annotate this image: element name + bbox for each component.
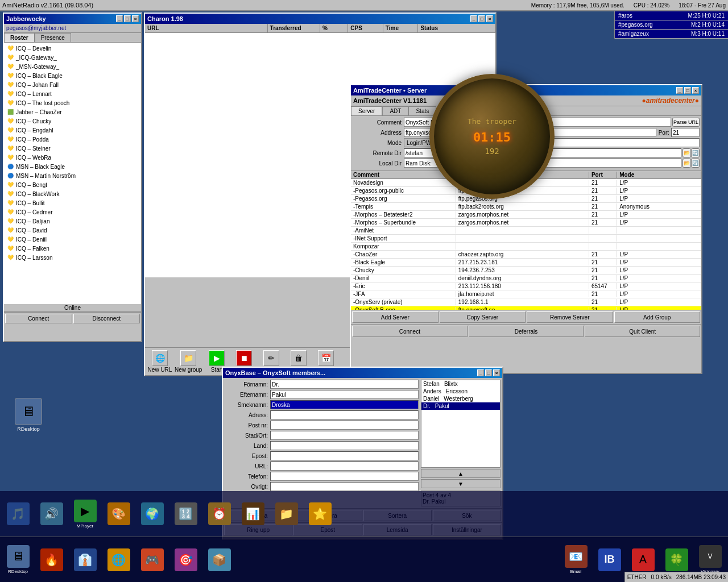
table-row[interactable]: -Deniildeniil.dyndns.org21L/P: [351, 275, 701, 282]
list-item[interactable]: 💛ICQ – WebRa: [5, 153, 140, 162]
url-input[interactable]: [270, 462, 419, 471]
trade-connect-button[interactable]: Connect: [352, 326, 468, 337]
list-item[interactable]: 💛ICQ – BlackWork: [5, 189, 140, 198]
list-item[interactable]: StefanBlixtx: [421, 380, 500, 388]
land-input[interactable]: [270, 441, 419, 450]
trade-tab-server[interactable]: Server: [351, 106, 382, 115]
table-row[interactable]: Kompozar: [351, 243, 701, 251]
list-item[interactable]: 💛ICQ – Develin: [5, 44, 140, 53]
list-item[interactable]: 💛ICQ – Bengt: [5, 180, 140, 189]
table-row[interactable]: -Eric213.112.156.18065147L/P: [351, 282, 701, 290]
trade-minimize[interactable]: _: [676, 87, 683, 94]
local-refresh-button[interactable]: 🔄: [691, 159, 700, 168]
table-row[interactable]: -OnyxServ (private)192.168.1.121L/P: [351, 298, 701, 306]
remote-refresh-button[interactable]: 🔄: [691, 148, 700, 157]
onyxbase-maximize[interactable]: □: [485, 369, 492, 376]
table-row[interactable]: -AmiNet: [351, 227, 701, 235]
dock-icon-browser[interactable]: 🌐: [103, 544, 134, 575]
chat-row-amigazeux[interactable]: #amigazeux M:3 H:0 U:11: [615, 30, 728, 39]
connect-button[interactable]: Connect: [5, 314, 72, 323]
list-item[interactable]: 💛_MSN-Gateway_: [5, 62, 140, 71]
dock-icon-music[interactable]: 🎵: [2, 498, 34, 530]
jabber-close[interactable]: ×: [132, 15, 139, 22]
list-item[interactable]: 💛ICQ – Black Eagle: [5, 71, 140, 80]
table-row[interactable]: -JFAjfa.homeip.net21L/P: [351, 290, 701, 298]
jabber-maximize[interactable]: □: [124, 15, 131, 22]
table-row[interactable]: -Chucky194.236.7.25321L/P: [351, 267, 701, 275]
dock-icon-spreadsheet[interactable]: 📊: [237, 498, 268, 530]
list-item[interactable]: 💛ICQ – Larsson: [5, 253, 140, 262]
copy-server-button[interactable]: Copy Server: [440, 311, 526, 323]
list-item[interactable]: 💛ICQ – Falken: [5, 244, 140, 253]
dock-icon-visionary[interactable]: V Visionary: [694, 544, 726, 575]
scroll-up-button[interactable]: ▲: [421, 469, 500, 478]
list-item[interactable]: 🔵MSN – Black Eagle: [5, 162, 140, 171]
ftp-close[interactable]: ×: [486, 15, 493, 22]
dock-icon-web[interactable]: 🌍: [136, 498, 168, 530]
disconnect-button[interactable]: Disconnect: [73, 314, 140, 323]
dock-icon-green[interactable]: 🍀: [661, 544, 692, 575]
list-item[interactable]: 🔵MSN – Martin Norström: [5, 171, 140, 180]
list-item[interactable]: 💛_ICQ-Gateway_: [5, 53, 140, 62]
table-row[interactable]: -ChaoZerchaozer.zapto.org21L/P: [351, 251, 701, 259]
dock-icon-file[interactable]: 📁: [271, 498, 302, 530]
dock-icon-suit[interactable]: 👔: [69, 544, 101, 575]
epost-input[interactable]: [270, 451, 419, 460]
table-row-onyxsoft[interactable]: -OnyxSoft B-oneftp.onyxsoft.se21L/P: [351, 306, 701, 310]
efternamn-input[interactable]: [270, 390, 419, 399]
dock-icon-box[interactable]: 📦: [204, 544, 235, 575]
dock-icon-email[interactable]: 📧 Email: [560, 544, 592, 575]
jabber-tab-presence[interactable]: Presence: [35, 33, 71, 42]
chat-row-pegasos[interactable]: #pegasos.org M:2 H:0 U:14: [615, 20, 728, 30]
parse-url-button[interactable]: Parse URL: [672, 118, 700, 127]
ftp-minimize[interactable]: _: [470, 15, 477, 22]
list-item[interactable]: 💛ICQ – Podda: [5, 135, 140, 144]
list-item[interactable]: 💛ICQ – Bullit: [5, 198, 140, 207]
ftp-maximize[interactable]: □: [478, 15, 485, 22]
ftp-new-group-button[interactable]: 📁 New group: [175, 350, 202, 373]
list-item[interactable]: 💛ICQ – Deniil: [5, 235, 140, 244]
list-item[interactable]: 💛ICQ – Daljian: [5, 217, 140, 226]
stad-input[interactable]: [270, 431, 419, 440]
dock-icon-ib[interactable]: IB: [594, 544, 625, 575]
onyxbase-close[interactable]: ×: [493, 369, 500, 376]
scroll-down-button[interactable]: ▼: [421, 479, 500, 488]
smeknamn-input[interactable]: [270, 400, 419, 409]
port-input[interactable]: [671, 128, 700, 137]
chat-row-aros[interactable]: #aros M:25 H:0 U:21: [615, 11, 728, 20]
quit-client-button[interactable]: Quit Client: [585, 326, 700, 337]
deferrals-button[interactable]: Deferrals: [469, 326, 584, 337]
list-item[interactable]: AndersEricsson: [421, 388, 500, 395]
ftp-new-url-button[interactable]: 🌐 New URL: [147, 350, 172, 373]
list-item[interactable]: 💛ICQ – David: [5, 226, 140, 235]
list-item[interactable]: 💛ICQ – Chucky: [5, 117, 140, 126]
list-item[interactable]: 💛ICQ – Lennart: [5, 89, 140, 98]
dock-icon-calc[interactable]: 🔢: [170, 498, 201, 530]
dock-icon-sound[interactable]: 🔊: [36, 498, 67, 530]
table-row[interactable]: -Morphos – Superbundlezargos.morphos.net…: [351, 219, 701, 227]
trade-tab-adt[interactable]: ADT: [382, 106, 408, 115]
list-item[interactable]: DanielWesterberg: [421, 395, 500, 402]
ovrigt-input[interactable]: [270, 482, 419, 491]
dock-icon-paint[interactable]: 🎨: [103, 498, 134, 530]
dock-icon-mplayer[interactable]: ▶ MPlayer: [69, 498, 101, 530]
dock-icon-red[interactable]: A: [627, 544, 659, 575]
add-group-button[interactable]: Add Group: [614, 311, 701, 323]
table-row[interactable]: -INet Support: [351, 235, 701, 243]
postnr-input[interactable]: [270, 421, 419, 430]
jabber-minimize[interactable]: _: [116, 15, 123, 22]
trade-close[interactable]: ×: [692, 87, 699, 94]
dock-icon-star[interactable]: ⭐: [304, 498, 336, 530]
list-item[interactable]: 💛ICQ – Cedmer: [5, 207, 140, 217]
dock-icon-clock[interactable]: ⏰: [204, 498, 235, 530]
trade-maximize[interactable]: □: [684, 87, 691, 94]
dock-icon-fire[interactable]: 🔥: [36, 544, 67, 575]
table-row-black-eagle[interactable]: -Black Eagle217.215.23.18121L/P: [351, 259, 701, 267]
add-server-button[interactable]: Add Server: [352, 311, 439, 323]
local-browse-button[interactable]: 📂: [682, 159, 691, 168]
jabber-tab-roster[interactable]: Roster: [4, 33, 35, 42]
list-item[interactable]: 💛ICQ – Engdahl: [5, 126, 140, 135]
rdesktop-icon[interactable]: 🖥 RDesktop: [11, 398, 46, 432]
adress-input[interactable]: [270, 410, 419, 419]
dock-icon-game[interactable]: 🎯: [170, 544, 201, 575]
